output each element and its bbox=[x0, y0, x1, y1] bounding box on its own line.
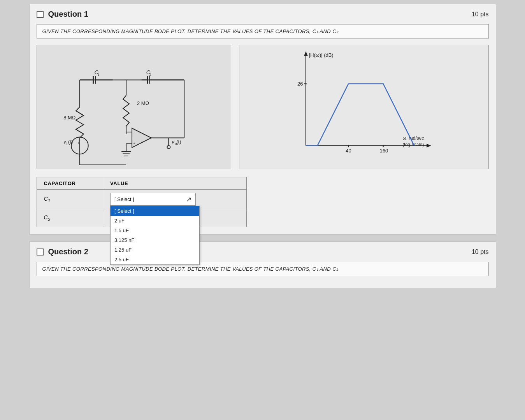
c1-option-2uf[interactable]: 2 uF bbox=[111, 216, 199, 226]
question-1-header-left: Question 1 bbox=[37, 10, 88, 19]
c1-select-display[interactable]: [ Select ] ↖ bbox=[110, 193, 196, 206]
question-1-block: Question 1 10 pts GIVEN THE CORRESPONDIN… bbox=[29, 4, 496, 234]
question-2-statement: GIVEN THE CORRESPONDING MAGNITUDE BODE P… bbox=[37, 262, 489, 276]
svg-text:+: + bbox=[133, 141, 135, 145]
question-2-title: Question 2 bbox=[48, 247, 88, 256]
circuit-svg: C 1 C 2 2 MΩ 8 MΩ v i (t) v 0 (t) bbox=[37, 45, 231, 169]
c2-label: C2 bbox=[44, 214, 51, 220]
svg-text:160: 160 bbox=[379, 148, 388, 154]
col-value-header: VALUE bbox=[103, 177, 246, 190]
svg-text:2: 2 bbox=[149, 73, 151, 77]
question-1-title: Question 1 bbox=[48, 10, 88, 19]
svg-text:2 MΩ: 2 MΩ bbox=[137, 100, 149, 106]
svg-text:40: 40 bbox=[346, 148, 351, 154]
cursor-icon: ↖ bbox=[186, 196, 191, 203]
question-1-checkbox[interactable] bbox=[37, 11, 44, 18]
c1-select-value: [ Select ] bbox=[114, 196, 134, 202]
svg-text:8 MΩ: 8 MΩ bbox=[63, 115, 76, 121]
question-1-header: Question 1 10 pts bbox=[37, 10, 489, 19]
svg-rect-0 bbox=[37, 45, 230, 169]
question-1-pts: 10 pts bbox=[472, 11, 489, 18]
capacitor-table-area: CAPACITOR VALUE C1 [ Select ] ↖ bbox=[37, 177, 489, 227]
c1-label: C1 bbox=[44, 196, 51, 202]
c1-option-3p125nf[interactable]: 3.125 nF bbox=[111, 235, 199, 245]
table-row-c1: C1 [ Select ] ↖ [ Select ] 2 uF 1.5 uF bbox=[37, 190, 246, 209]
question-2-pts: 10 pts bbox=[472, 248, 489, 256]
c1-option-1p5uf[interactable]: 1.5 uF bbox=[111, 226, 199, 235]
question-1-statement: GIVEN THE CORRESPONDING MAGNITUDE BODE P… bbox=[37, 24, 489, 38]
question-2-header-left: Question 2 bbox=[37, 247, 88, 256]
svg-text:26: 26 bbox=[297, 81, 303, 87]
question-2-block: Question 2 10 pts GIVEN THE CORRESPONDIN… bbox=[29, 242, 496, 288]
content-area: C 1 C 2 2 MΩ 8 MΩ v i (t) v 0 (t) bbox=[37, 45, 489, 169]
bode-svg: |H(ω)| (dB) ω, rad/sec (log scale) 26 40… bbox=[239, 45, 488, 169]
svg-text:i: i bbox=[67, 142, 67, 146]
svg-text:(t): (t) bbox=[176, 139, 181, 145]
col-capacitor-header: CAPACITOR bbox=[37, 177, 103, 190]
svg-text:|H(ω)| (dB): |H(ω)| (dB) bbox=[309, 52, 333, 58]
c1-dropdown-container: [ Select ] ↖ [ Select ] 2 uF 1.5 uF 3.12… bbox=[110, 193, 239, 206]
question-2-checkbox[interactable] bbox=[37, 248, 44, 256]
c1-option-2p5uf[interactable]: 2.5 uF bbox=[111, 255, 199, 264]
svg-text:ω, rad/sec: ω, rad/sec bbox=[402, 135, 424, 141]
svg-text:−: − bbox=[133, 130, 135, 134]
bode-plot: |H(ω)| (dB) ω, rad/sec (log scale) 26 40… bbox=[239, 45, 489, 169]
c1-dropdown-list: [ Select ] 2 uF 1.5 uF 3.125 nF 1.25 uF … bbox=[110, 206, 200, 265]
circuit-diagram: C 1 C 2 2 MΩ 8 MΩ v i (t) v 0 (t) bbox=[37, 45, 231, 169]
svg-text:+: + bbox=[77, 140, 79, 145]
svg-rect-45 bbox=[283, 45, 445, 169]
question-2-header: Question 2 10 pts bbox=[37, 247, 489, 256]
c1-option-select[interactable]: [ Select ] bbox=[111, 206, 199, 216]
capacitor-table: CAPACITOR VALUE C1 [ Select ] ↖ bbox=[37, 177, 247, 227]
c1-option-1p25uf[interactable]: 1.25 uF bbox=[111, 245, 199, 255]
svg-text:1: 1 bbox=[97, 73, 99, 77]
